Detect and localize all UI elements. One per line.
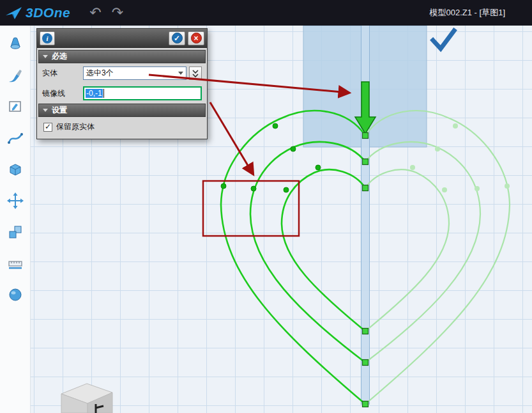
history-buttons: ↶ ↷ xyxy=(89,6,123,20)
undo-button[interactable]: ↶ xyxy=(89,6,101,20)
tool-sketch-button[interactable] xyxy=(6,98,24,116)
collapse-triangle-icon xyxy=(43,55,48,58)
app-logo: 3DOne xyxy=(0,5,70,20)
combo-arrow-icon xyxy=(178,72,183,75)
keep-original-row: ✓ 保留原实体 xyxy=(38,117,206,135)
mirror-dialog: i ✓ × 必选 实体 选中3个 xyxy=(36,28,208,139)
cancel-button[interactable]: × xyxy=(188,31,204,45)
checkbox-check-icon: ✓ xyxy=(45,123,51,130)
tool-basic-solids-button[interactable] xyxy=(6,35,24,53)
edit-curve-icon xyxy=(7,130,24,146)
entity-select[interactable]: 选中3个 xyxy=(83,66,186,80)
keep-original-label: 保留原实体 xyxy=(56,121,95,132)
cancel-x-icon: × xyxy=(191,33,202,43)
info-icon: i xyxy=(42,33,52,43)
tool-edit-curve-button[interactable] xyxy=(6,129,24,147)
info-button[interactable]: i xyxy=(40,31,55,45)
double-chevron-icon xyxy=(191,68,200,79)
settings-section-label: 设置 xyxy=(52,105,67,116)
tool-move-button[interactable] xyxy=(6,192,24,210)
collapse-triangle-icon xyxy=(43,109,48,112)
settings-section-header[interactable]: 设置 xyxy=(38,104,206,117)
ruler-icon xyxy=(7,255,24,272)
app-window: 3DOne ↶ ↷ 模型002.Z1 - [草图1] xyxy=(0,0,532,413)
mirror-line-input[interactable]: -0,-1 xyxy=(83,86,202,100)
expand-selection-button[interactable] xyxy=(189,66,202,80)
required-section-label: 必选 xyxy=(52,51,67,62)
basic-solids-icon xyxy=(7,36,24,52)
entity-value: 选中3个 xyxy=(86,68,114,79)
confirm-button[interactable]: ✓ xyxy=(169,31,185,45)
tool-sketch-paint-button[interactable] xyxy=(6,66,24,84)
redo-button[interactable]: ↷ xyxy=(112,6,123,20)
tool-assembly-button[interactable] xyxy=(6,223,24,241)
stacked-cubes-icon xyxy=(7,224,24,240)
entity-label: 实体 xyxy=(42,68,80,79)
document-title: 模型002.Z1 - [草图1] xyxy=(430,0,505,26)
tool-material-button[interactable] xyxy=(6,286,24,304)
keep-original-checkbox[interactable]: ✓ xyxy=(43,123,52,132)
text-caret xyxy=(103,89,104,98)
dialog-body: 必选 实体 选中3个 镜像线 -0,-1 xyxy=(37,48,207,139)
confirm-check-icon: ✓ xyxy=(172,33,183,43)
paint-brush-icon xyxy=(7,67,24,84)
sphere-icon xyxy=(7,286,24,303)
redo-icon: ↷ xyxy=(112,4,123,20)
cube-icon xyxy=(7,161,24,178)
mirror-line-value: -0,-1 xyxy=(86,89,103,98)
required-section-header[interactable]: 必选 xyxy=(38,50,206,63)
tool-feature-button[interactable] xyxy=(6,160,24,178)
sketch-icon xyxy=(7,98,24,115)
mirror-line-label: 镜像线 xyxy=(42,88,80,99)
undo-icon: ↶ xyxy=(89,4,101,20)
mirror-line-field-row: 镜像线 -0,-1 xyxy=(38,83,206,104)
titlebar: 3DOne ↶ ↷ 模型002.Z1 - [草图1] xyxy=(0,0,532,26)
logo-text: 3DOne xyxy=(26,5,70,20)
logo-plane-icon xyxy=(5,5,22,20)
left-toolbar xyxy=(0,26,31,413)
dialog-actions: ✓ × xyxy=(169,31,204,45)
tool-measure-button[interactable] xyxy=(6,254,24,272)
dialog-titlebar[interactable]: i ✓ × xyxy=(37,29,207,48)
move-arrows-icon xyxy=(7,192,24,209)
entity-field-row: 实体 选中3个 xyxy=(38,63,206,83)
